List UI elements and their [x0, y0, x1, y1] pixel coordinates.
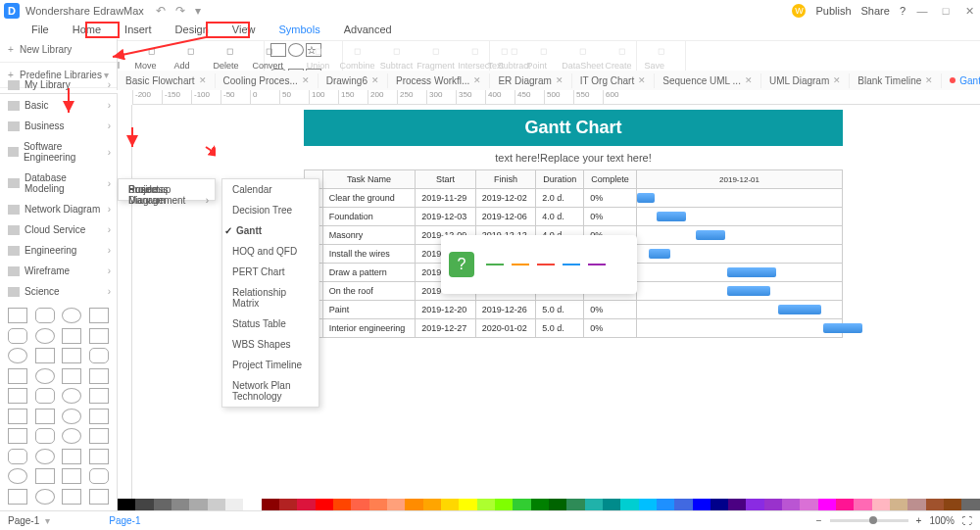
- doc-tab[interactable]: Drawing6✕: [318, 73, 388, 88]
- palette-shape[interactable]: [89, 328, 109, 344]
- color-swatch[interactable]: [854, 499, 871, 510]
- submenu-item[interactable]: Network Plan Technology: [222, 375, 318, 407]
- palette-shape[interactable]: [8, 388, 27, 404]
- color-swatch[interactable]: [566, 499, 584, 510]
- doc-tab[interactable]: Basic Flowchart✕: [118, 73, 216, 88]
- color-swatch[interactable]: [549, 499, 566, 510]
- page-tab[interactable]: Page-1: [109, 515, 140, 526]
- color-swatch[interactable]: [172, 499, 189, 510]
- lib-software-engineering[interactable]: Software Engineering: [0, 136, 117, 168]
- palette-shape[interactable]: [35, 368, 55, 384]
- color-swatch[interactable]: [405, 499, 422, 510]
- color-swatch[interactable]: [459, 499, 476, 510]
- color-swatch[interactable]: [620, 499, 638, 510]
- color-swatch[interactable]: [495, 499, 513, 510]
- palette-shape[interactable]: [62, 388, 81, 404]
- color-swatch[interactable]: [674, 499, 692, 510]
- color-swatch[interactable]: [243, 499, 261, 510]
- palette-shape[interactable]: [89, 468, 109, 484]
- menu-advanced[interactable]: Advanced: [332, 22, 404, 40]
- redo-icon[interactable]: ↷: [175, 4, 185, 18]
- color-strip[interactable]: [118, 499, 980, 510]
- palette-shape[interactable]: [8, 468, 27, 484]
- color-swatch[interactable]: [872, 499, 890, 510]
- color-swatch[interactable]: [531, 499, 549, 510]
- menu-home[interactable]: Home: [61, 22, 113, 40]
- fit-icon[interactable]: ⛶: [962, 515, 972, 526]
- table-row[interactable]: 2Foundation2019-12-032019-12-064.0 d.0%: [305, 208, 843, 226]
- color-swatch[interactable]: [513, 499, 530, 510]
- submenu-item[interactable]: Project Timeline: [222, 355, 318, 375]
- palette-shape[interactable]: [62, 428, 81, 444]
- doc-tab[interactable]: Sequence UML ...✕: [655, 73, 761, 88]
- palette-shape[interactable]: [62, 489, 81, 505]
- color-swatch[interactable]: [333, 499, 351, 510]
- gantt-bar-cell[interactable]: [637, 282, 843, 301]
- palette-shape[interactable]: [62, 368, 81, 384]
- color-swatch[interactable]: [764, 499, 782, 510]
- color-swatch[interactable]: [118, 499, 135, 510]
- palette-shape[interactable]: [89, 409, 109, 424]
- gantt-bar[interactable]: [778, 305, 821, 314]
- swatch[interactable]: [588, 264, 606, 265]
- submenu-item[interactable]: Status Table: [222, 313, 318, 334]
- zoom-in-icon[interactable]: +: [916, 515, 922, 526]
- color-swatch[interactable]: [693, 499, 710, 510]
- zoom-value[interactable]: 100%: [929, 515, 955, 526]
- lib-cloud-service[interactable]: Cloud Service: [0, 219, 117, 240]
- palette-shape[interactable]: [8, 308, 27, 323]
- swatch[interactable]: [512, 264, 529, 265]
- palette-shape[interactable]: [89, 368, 109, 384]
- gantt-bar-cell[interactable]: [637, 245, 843, 264]
- doc-tab[interactable]: Process Workfl...✕: [388, 73, 490, 88]
- color-swatch[interactable]: [387, 499, 405, 510]
- doc-tab[interactable]: ER Diagram✕: [490, 73, 571, 88]
- doc-tab[interactable]: Gantt Chart✕: [942, 73, 980, 88]
- chart-subtitle[interactable]: text here!Replace your text here!: [304, 146, 843, 169]
- swatch[interactable]: [563, 264, 580, 265]
- tab-close-icon[interactable]: ✕: [925, 75, 933, 85]
- new-library-button[interactable]: New Library: [0, 39, 117, 60]
- lib-engineering[interactable]: Engineering: [0, 240, 117, 261]
- color-swatch[interactable]: [639, 499, 657, 510]
- shape-rect-icon[interactable]: [270, 43, 286, 57]
- gantt-bar-cell[interactable]: [637, 264, 843, 282]
- gantt-bar-cell[interactable]: [637, 301, 843, 319]
- color-swatch[interactable]: [710, 499, 728, 510]
- close-icon[interactable]: ✕: [962, 5, 976, 18]
- palette-shape[interactable]: [89, 348, 109, 363]
- gantt-bar[interactable]: [823, 323, 862, 333]
- tab-close-icon[interactable]: ✕: [745, 75, 753, 85]
- palette-shape[interactable]: [62, 328, 81, 344]
- palette-shape[interactable]: [8, 368, 27, 384]
- submenu-item[interactable]: Relationship Matrix: [222, 282, 318, 313]
- minimize-icon[interactable]: —: [915, 5, 929, 17]
- zoom-out-icon[interactable]: −: [816, 515, 822, 526]
- tab-close-icon[interactable]: ✕: [833, 75, 841, 85]
- color-swatch[interactable]: [316, 499, 333, 510]
- gantt-bar[interactable]: [657, 212, 686, 221]
- palette-shape[interactable]: [89, 308, 109, 323]
- color-swatch[interactable]: [351, 499, 368, 510]
- color-swatch[interactable]: [728, 499, 746, 510]
- tab-close-icon[interactable]: ✕: [371, 75, 379, 85]
- palette-shape[interactable]: [89, 449, 109, 464]
- color-swatch[interactable]: [189, 499, 207, 510]
- palette-shape[interactable]: [35, 409, 55, 424]
- palette-shape[interactable]: [35, 388, 55, 404]
- palette-shape[interactable]: [89, 388, 109, 404]
- color-swatch[interactable]: [369, 499, 387, 510]
- submenu-item[interactable]: Decision Tree: [222, 200, 318, 220]
- color-swatch[interactable]: [800, 499, 817, 510]
- tab-close-icon[interactable]: ✕: [473, 75, 481, 85]
- color-swatch[interactable]: [818, 499, 836, 510]
- palette-shape[interactable]: [35, 449, 55, 464]
- doc-tab[interactable]: IT Org Chart✕: [572, 73, 655, 88]
- color-swatch[interactable]: [477, 499, 495, 510]
- gantt-bar[interactable]: [727, 267, 776, 277]
- doc-tab[interactable]: UML Diagram✕: [761, 73, 850, 88]
- color-swatch[interactable]: [746, 499, 763, 510]
- user-badge[interactable]: W: [792, 4, 806, 18]
- color-swatch[interactable]: [135, 499, 153, 510]
- palette-shape[interactable]: [62, 348, 81, 363]
